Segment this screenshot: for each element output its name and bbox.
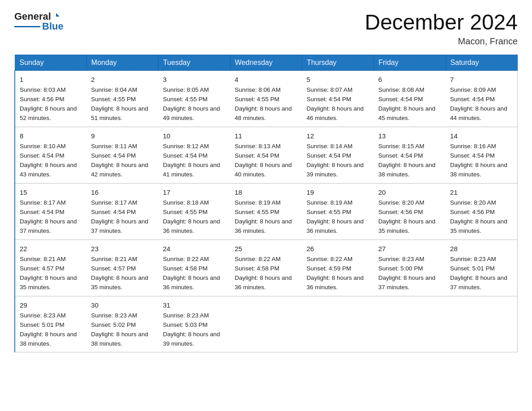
column-header-monday: Monday <box>86 55 158 70</box>
sunrise-info: Sunrise: 8:22 AM <box>235 256 281 262</box>
sunrise-info: Sunrise: 8:03 AM <box>20 86 66 93</box>
sunrise-info: Sunrise: 8:15 AM <box>378 143 425 150</box>
day-cell-16: 16Sunrise: 8:17 AMSunset: 4:54 PMDayligh… <box>86 183 158 240</box>
day-cell-18: 18Sunrise: 8:19 AMSunset: 4:55 PMDayligh… <box>230 183 302 240</box>
day-number: 20 <box>378 187 441 197</box>
day-number: 31 <box>163 300 226 310</box>
day-cell-10: 10Sunrise: 8:12 AMSunset: 4:54 PMDayligh… <box>159 127 230 183</box>
sunset-info: Sunset: 4:55 PM <box>235 96 279 103</box>
day-number: 18 <box>235 187 297 197</box>
column-header-wednesday: Wednesday <box>230 55 302 70</box>
day-cell-27: 27Sunrise: 8:23 AMSunset: 5:00 PMDayligh… <box>374 240 446 296</box>
day-number: 4 <box>235 74 297 85</box>
sunrise-info: Sunrise: 8:23 AM <box>163 312 209 319</box>
day-cell-24: 24Sunrise: 8:22 AMSunset: 4:58 PMDayligh… <box>159 240 230 296</box>
day-cell-11: 11Sunrise: 8:13 AMSunset: 4:54 PMDayligh… <box>230 127 302 183</box>
day-number: 28 <box>450 244 513 254</box>
day-number: 21 <box>450 187 513 197</box>
day-number: 13 <box>378 131 441 141</box>
daylight-info: Daylight: 8 hours and 49 minutes. <box>163 105 220 121</box>
sunset-info: Sunset: 4:54 PM <box>378 152 423 159</box>
week-row-1: 1Sunrise: 8:03 AMSunset: 4:56 PMDaylight… <box>15 70 518 127</box>
daylight-info: Daylight: 8 hours and 38 minutes. <box>20 331 77 347</box>
daylight-info: Daylight: 8 hours and 37 minutes. <box>378 274 436 291</box>
daylight-info: Daylight: 8 hours and 37 minutes. <box>20 218 77 234</box>
day-cell-9: 9Sunrise: 8:11 AMSunset: 4:54 PMDaylight… <box>86 127 158 183</box>
sunset-info: Sunset: 4:54 PM <box>450 96 495 103</box>
logo-flag-icon <box>51 12 60 21</box>
daylight-info: Daylight: 8 hours and 36 minutes. <box>235 218 292 234</box>
day-number: 26 <box>306 244 369 254</box>
sunset-info: Sunset: 4:56 PM <box>378 209 423 215</box>
day-cell-14: 14Sunrise: 8:16 AMSunset: 4:54 PMDayligh… <box>446 127 517 183</box>
sunset-info: Sunset: 4:54 PM <box>306 152 351 159</box>
sunset-info: Sunset: 5:01 PM <box>20 321 64 328</box>
week-row-2: 8Sunrise: 8:10 AMSunset: 4:54 PMDaylight… <box>15 127 518 183</box>
day-cell-5: 5Sunrise: 8:07 AMSunset: 4:54 PMDaylight… <box>302 70 373 127</box>
sunrise-info: Sunrise: 8:06 AM <box>235 86 281 93</box>
daylight-info: Daylight: 8 hours and 42 minutes. <box>91 162 148 178</box>
daylight-info: Daylight: 8 hours and 37 minutes. <box>450 274 507 291</box>
sunset-info: Sunset: 4:55 PM <box>163 209 208 215</box>
column-header-sunday: Sunday <box>15 55 86 70</box>
sunset-info: Sunset: 5:01 PM <box>450 265 495 272</box>
day-number: 29 <box>20 300 82 310</box>
sunrise-info: Sunrise: 8:21 AM <box>20 256 66 262</box>
sunset-info: Sunset: 4:54 PM <box>91 209 136 215</box>
day-cell-19: 19Sunrise: 8:19 AMSunset: 4:55 PMDayligh… <box>302 183 373 240</box>
day-number: 6 <box>378 74 441 85</box>
week-row-3: 15Sunrise: 8:17 AMSunset: 4:54 PMDayligh… <box>15 183 518 240</box>
sunrise-info: Sunrise: 8:12 AM <box>163 143 209 150</box>
day-cell-21: 21Sunrise: 8:20 AMSunset: 4:56 PMDayligh… <box>446 183 517 240</box>
day-number: 14 <box>450 131 513 141</box>
sunrise-info: Sunrise: 8:17 AM <box>91 199 137 206</box>
column-header-tuesday: Tuesday <box>159 55 230 70</box>
day-cell-empty <box>446 296 517 352</box>
day-number: 17 <box>163 187 226 197</box>
sunset-info: Sunset: 5:00 PM <box>378 265 423 272</box>
column-header-saturday: Saturday <box>446 55 517 70</box>
sunrise-info: Sunrise: 8:23 AM <box>20 312 66 319</box>
day-cell-3: 3Sunrise: 8:05 AMSunset: 4:55 PMDaylight… <box>159 70 230 127</box>
daylight-info: Daylight: 8 hours and 40 minutes. <box>235 162 292 178</box>
sunrise-info: Sunrise: 8:18 AM <box>163 199 209 206</box>
daylight-info: Daylight: 8 hours and 35 minutes. <box>20 274 77 291</box>
day-cell-30: 30Sunrise: 8:23 AMSunset: 5:02 PMDayligh… <box>86 296 158 352</box>
day-cell-2: 2Sunrise: 8:04 AMSunset: 4:55 PMDaylight… <box>86 70 158 127</box>
sunrise-info: Sunrise: 8:04 AM <box>91 86 137 93</box>
logo-blue-text: Blue <box>42 21 64 32</box>
day-cell-1: 1Sunrise: 8:03 AMSunset: 4:56 PMDaylight… <box>15 70 86 127</box>
day-cell-25: 25Sunrise: 8:22 AMSunset: 4:58 PMDayligh… <box>230 240 302 296</box>
sunrise-info: Sunrise: 8:19 AM <box>306 199 352 206</box>
sunset-info: Sunset: 4:54 PM <box>378 96 423 103</box>
day-cell-6: 6Sunrise: 8:08 AMSunset: 4:54 PMDaylight… <box>374 70 446 127</box>
day-number: 10 <box>163 131 226 141</box>
day-number: 16 <box>91 187 154 197</box>
sunrise-info: Sunrise: 8:10 AM <box>20 143 66 150</box>
sunset-info: Sunset: 4:55 PM <box>235 209 279 215</box>
day-cell-20: 20Sunrise: 8:20 AMSunset: 4:56 PMDayligh… <box>374 183 446 240</box>
sunset-info: Sunset: 4:54 PM <box>20 152 64 159</box>
sunset-info: Sunset: 4:55 PM <box>91 96 136 103</box>
logo-underline <box>14 26 40 27</box>
daylight-info: Daylight: 8 hours and 35 minutes. <box>91 274 148 291</box>
daylight-info: Daylight: 8 hours and 44 minutes. <box>450 105 507 121</box>
daylight-info: Daylight: 8 hours and 38 minutes. <box>450 162 507 178</box>
sunrise-info: Sunrise: 8:22 AM <box>306 256 352 262</box>
sunrise-info: Sunrise: 8:17 AM <box>20 199 66 206</box>
sunrise-info: Sunrise: 8:16 AM <box>450 143 496 150</box>
calendar-header: SundayMondayTuesdayWednesdayThursdayFrid… <box>15 55 518 70</box>
calendar-body: 1Sunrise: 8:03 AMSunset: 4:56 PMDaylight… <box>15 70 518 352</box>
daylight-info: Daylight: 8 hours and 39 minutes. <box>306 162 364 178</box>
daylight-info: Daylight: 8 hours and 37 minutes. <box>91 218 148 234</box>
header-row: SundayMondayTuesdayWednesdayThursdayFrid… <box>15 55 518 70</box>
sunset-info: Sunset: 4:54 PM <box>235 152 279 159</box>
day-number: 1 <box>20 74 82 85</box>
column-header-friday: Friday <box>374 55 446 70</box>
sunset-info: Sunset: 4:57 PM <box>91 265 136 272</box>
daylight-info: Daylight: 8 hours and 41 minutes. <box>163 162 220 178</box>
day-number: 11 <box>235 131 297 141</box>
day-cell-26: 26Sunrise: 8:22 AMSunset: 4:59 PMDayligh… <box>302 240 373 296</box>
sunset-info: Sunset: 4:57 PM <box>20 265 64 272</box>
daylight-info: Daylight: 8 hours and 45 minutes. <box>378 105 436 121</box>
